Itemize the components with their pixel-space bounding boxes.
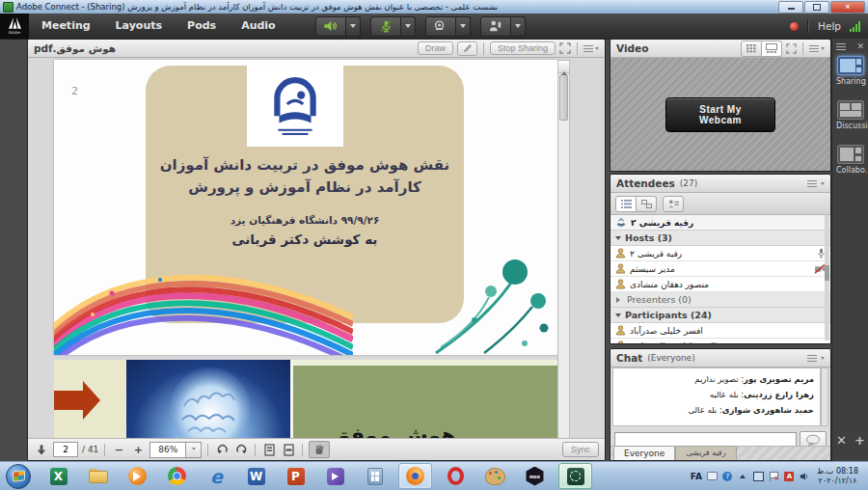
taskbar-calculator-icon[interactable]	[363, 464, 387, 488]
video-filmstrip-view-button[interactable]	[762, 41, 782, 57]
fullscreen-button[interactable]	[559, 40, 571, 58]
attendees-count: (27)	[680, 178, 697, 188]
fit-page-button[interactable]	[261, 442, 277, 457]
layout-bar-close-icon[interactable]: ✕	[856, 42, 864, 50]
action-center-flag-icon[interactable]: ×	[769, 471, 779, 481]
windows-logo-icon	[13, 470, 25, 481]
share-pod-menu-button[interactable]	[583, 44, 599, 52]
stop-sharing-button[interactable]: Stop Sharing	[490, 41, 556, 55]
taskbar-powerpoint-icon[interactable]: P	[284, 464, 308, 488]
attendee-row[interactable]: مدیر سیستم	[610, 261, 830, 277]
taskbar-internet-explorer-icon[interactable]: e	[204, 464, 229, 488]
pan-tool-button[interactable]	[309, 441, 330, 458]
chat-pod-header: Chat (Everyone)	[610, 349, 830, 368]
rotate-right-button[interactable]	[233, 442, 249, 457]
speaker-menu-caret[interactable]	[346, 16, 361, 37]
microphone-menu-caret[interactable]	[401, 16, 416, 37]
chat-tab-private[interactable]: رقیه قریشی	[675, 446, 736, 460]
sync-button[interactable]: Sync	[562, 442, 599, 457]
menu-audio[interactable]: Audio	[229, 14, 288, 39]
layout-discussion-thumbnail[interactable]	[837, 100, 864, 120]
taskbar-chrome-icon[interactable]	[165, 464, 189, 488]
next-slide-left-panel	[54, 360, 126, 439]
chat-tab-everyone[interactable]: Everyone	[613, 446, 675, 460]
minimize-button[interactable]	[778, 1, 803, 14]
taskbar-file-explorer-icon[interactable]	[86, 464, 110, 488]
attendees-pod-title: Attendees	[616, 177, 675, 189]
menu-meeting[interactable]: Meeting	[29, 14, 103, 39]
webcam-menu-caret[interactable]	[456, 16, 471, 37]
chat-scrollbar[interactable]	[821, 368, 828, 426]
avatar-icon	[615, 340, 626, 344]
display-tray-icon[interactable]	[753, 471, 764, 481]
pencil-button[interactable]	[457, 41, 477, 56]
help-link[interactable]: Help	[818, 20, 841, 32]
next-page-button[interactable]	[34, 442, 49, 457]
status-button[interactable]	[480, 16, 511, 37]
video-fullscreen-button[interactable]	[786, 40, 797, 58]
hosts-group-header[interactable]: Hosts (3)	[610, 231, 830, 246]
status-menu-caret[interactable]	[511, 16, 526, 37]
app-icon	[3, 2, 14, 13]
attendees-scrollbar[interactable]	[825, 215, 829, 340]
start-button[interactable]	[6, 464, 31, 489]
taskbar-kmplayer-icon[interactable]	[323, 464, 347, 488]
language-indicator[interactable]: FA	[691, 472, 702, 481]
presenters-group-header[interactable]: Presenters (0)	[610, 292, 830, 308]
zoom-out-button[interactable]: −	[111, 442, 126, 457]
attendee-list-view-button[interactable]	[615, 196, 637, 212]
start-webcam-button[interactable]: Start My Webcam	[665, 97, 775, 132]
adobe-brand-label: Adobe	[9, 30, 21, 35]
remove-layout-icon[interactable]: ✕	[836, 433, 847, 448]
attendee-row[interactable]: افسر خلیلی صدرآباد	[610, 323, 830, 339]
page-number-input[interactable]	[53, 442, 78, 457]
adobe-tray-icon[interactable]: A	[784, 471, 795, 481]
connection-signal-icon[interactable]	[850, 21, 860, 32]
participants-group-header[interactable]: Participants (24)	[610, 308, 830, 323]
layout-collaboration-thumbnail[interactable]	[837, 145, 864, 164]
rotate-left-button[interactable]	[214, 442, 230, 457]
filmstrip-view-icon	[766, 43, 777, 53]
zoom-select-caret[interactable]	[186, 442, 202, 458]
attendee-row[interactable]: رقیه قریشی ۲	[610, 246, 830, 261]
layout-sharing-thumbnail[interactable]	[837, 56, 864, 75]
share-scrollbar[interactable]	[557, 60, 570, 439]
taskbar-word-icon[interactable]: W	[244, 464, 268, 488]
hidden-icons-button[interactable]	[738, 471, 748, 481]
video-grid-view-button[interactable]	[741, 41, 762, 57]
taskbar-paint-icon[interactable]	[483, 464, 507, 488]
breakout-view-button[interactable]	[637, 196, 657, 212]
menu-pods[interactable]: Pods	[175, 14, 229, 39]
taskbar-adobe-connect-active-slot[interactable]	[558, 463, 592, 489]
keyboard-tray-icon[interactable]	[707, 471, 718, 481]
scrollbar-thumb[interactable]	[559, 74, 568, 121]
page-total-label: / 41	[82, 445, 98, 454]
video-pod-menu-button[interactable]	[809, 44, 825, 52]
attendee-status-view-button[interactable]	[663, 196, 684, 212]
speaker-button[interactable]	[315, 16, 346, 37]
layout-bar-menu-icon[interactable]	[836, 43, 846, 50]
attendee-row[interactable]: منصور دهقان منشادی	[610, 277, 830, 292]
restore-button[interactable]	[804, 1, 829, 14]
help-tray-icon[interactable]: ?	[722, 471, 733, 481]
fit-width-button[interactable]	[281, 442, 296, 457]
pod-menu-icon	[807, 180, 817, 187]
taskbar-nox-icon[interactable]: nox	[523, 464, 547, 488]
taskbar-opera-icon[interactable]	[444, 464, 468, 488]
microphone-button[interactable]	[370, 16, 401, 37]
add-layout-icon[interactable]: +	[854, 433, 865, 448]
attendee-row[interactable]: الهه سادات نظاری باقی	[610, 339, 830, 344]
taskbar-firefox-active-slot[interactable]	[398, 463, 432, 489]
volume-tray-icon[interactable]	[800, 471, 810, 481]
close-button[interactable]: ×	[830, 1, 865, 14]
taskbar-excel-icon[interactable]: X	[46, 464, 70, 488]
webcam-button[interactable]	[425, 16, 456, 37]
draw-button[interactable]: Draw	[418, 41, 453, 55]
menu-layouts[interactable]: Layouts	[103, 14, 175, 39]
taskbar-media-player-icon[interactable]	[125, 464, 149, 488]
attendees-pod-menu-button[interactable]	[807, 179, 825, 187]
taskbar-clock[interactable]: 08:18 ب.ظ ۲۰۲۰/۱۲/۱۶	[815, 467, 864, 486]
slide-page: 2 نقش هوش موفق در تربیت دانش آموزان کارآ…	[54, 60, 557, 355]
chat-pod-menu-button[interactable]	[807, 354, 825, 362]
zoom-in-button[interactable]: +	[130, 442, 146, 457]
